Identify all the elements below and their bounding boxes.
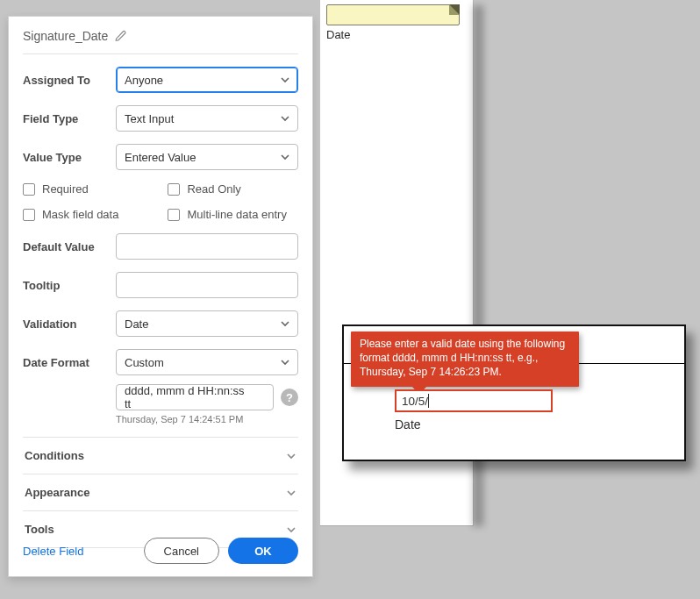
tooltip-input[interactable] [116,272,298,298]
chevron-down-icon [280,318,290,329]
field-properties-panel: Signature_Date Assigned To Anyone Field … [8,16,313,577]
delete-field-link[interactable]: Delete Field [23,545,83,558]
validation-error-tooltip: Please enter a valid date using the foll… [351,332,579,387]
validation-select[interactable]: Date [116,310,298,337]
assigned-to-select[interactable]: Anyone [116,67,298,93]
date-format-label: Date Format [23,356,116,369]
assigned-to-label: Assigned To [23,74,116,87]
accordion-appearance-label: Appearance [25,486,89,499]
validation-value: Date [125,317,148,331]
custom-format-row: dddd, mmm d HH:nn:ss tt ? Thursday, Sep … [23,384,298,424]
accordion: Conditions Appearance Tools [23,437,298,548]
assigned-to-row: Assigned To Anyone [23,67,298,93]
field-type-row: Field Type Text Input [23,105,298,132]
assigned-to-value: Anyone [125,74,163,87]
value-type-select[interactable]: Entered Value [116,144,298,170]
multiline-checkbox[interactable]: Multi-line data entry [168,208,286,221]
tooltip-row: Tooltip [23,272,298,298]
text-caret [428,394,429,408]
panel-title: Signature_Date [23,29,108,43]
date-format-value: Custom [125,356,164,369]
accordion-conditions[interactable]: Conditions [23,438,298,474]
multiline-label: Multi-line data entry [187,208,286,221]
chevron-down-icon [280,75,290,85]
mask-checkbox[interactable]: Mask field data [23,208,118,221]
read-only-checkbox[interactable]: Read Only [168,182,286,196]
checkbox-icon [168,209,180,221]
required-checkbox[interactable]: Required [23,182,118,196]
chevron-down-icon [286,488,296,498]
checkbox-icon [168,183,180,196]
checkbox-grid: Required Mask field data Read Only Multi… [23,182,298,221]
field-type-select[interactable]: Text Input [116,105,298,132]
date-input-value: 10/5/ [402,395,428,408]
cancel-button[interactable]: Cancel [144,538,219,564]
date-format-row: Date Format Custom [23,349,298,375]
validation-label: Validation [23,317,116,331]
date-input-label: Date [395,417,421,431]
read-only-label: Read Only [187,182,240,196]
help-icon[interactable]: ? [281,389,298,406]
custom-format-text: dddd, mmm d HH:nn:ss tt [125,384,248,410]
panel-title-row: Signature_Date [23,29,298,54]
custom-format-input[interactable]: dddd, mmm d HH:nn:ss tt [116,384,274,410]
chevron-down-icon [286,451,296,461]
default-value-label: Default Value [23,240,116,253]
value-type-value: Entered Value [125,151,196,164]
accordion-tools-label: Tools [25,523,54,536]
chevron-down-icon [286,524,296,535]
field-type-label: Field Type [23,112,116,125]
chevron-down-icon [280,357,290,367]
edit-name-icon[interactable] [115,30,127,42]
value-type-row: Value Type Entered Value [23,144,298,170]
required-label: Required [42,182,89,196]
panel-footer: Delete Field Cancel OK [23,538,298,564]
date-format-select[interactable]: Custom [116,349,298,375]
custom-format-preview: Thursday, Sep 7 14:24:51 PM [116,414,298,424]
date-field-tag-label: Date [326,28,350,41]
validation-row: Validation Date [23,310,298,337]
checkbox-icon [23,209,35,221]
default-value-row: Default Value [23,233,298,260]
default-value-input[interactable] [116,233,298,260]
value-type-label: Value Type [23,151,116,164]
date-input-invalid[interactable]: 10/5/ [395,389,553,412]
date-field-tag[interactable] [326,4,460,25]
accordion-appearance[interactable]: Appearance [23,474,298,511]
accordion-conditions-label: Conditions [25,449,84,462]
chevron-down-icon [280,113,290,124]
chevron-down-icon [280,152,290,162]
ok-button[interactable]: OK [228,538,298,564]
field-type-value: Text Input [125,112,174,125]
checkbox-icon [23,183,35,196]
tooltip-label: Tooltip [23,279,116,292]
mask-label: Mask field data [42,208,118,221]
